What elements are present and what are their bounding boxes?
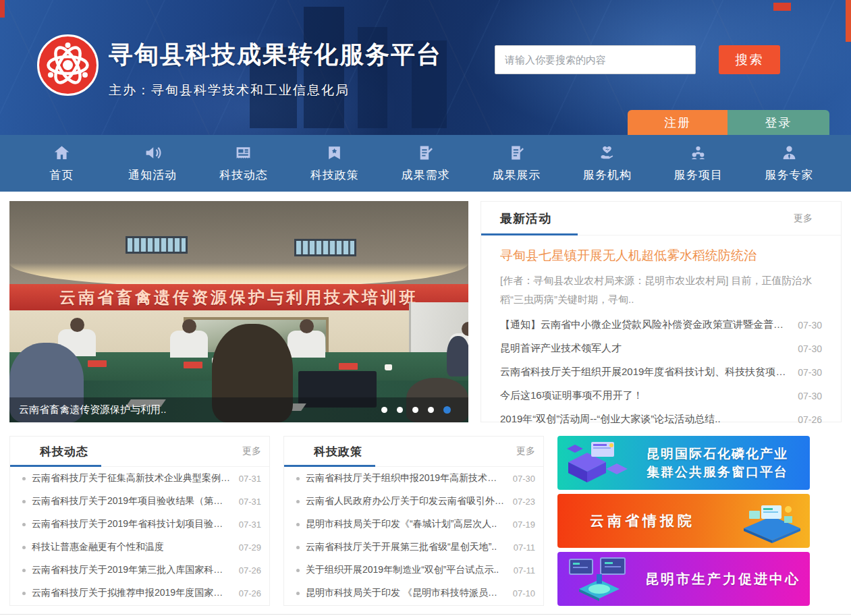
article-date: 07-23 xyxy=(513,497,535,507)
article-date: 07-10 xyxy=(513,588,535,598)
bullet-dot xyxy=(22,592,26,595)
carousel-dot[interactable] xyxy=(381,407,387,413)
site-logo[interactable] xyxy=(36,34,99,96)
list-item[interactable]: 云南省科技厅关于拟推荐申报2019年度国家级科..07-26 xyxy=(10,582,269,605)
nav-item-notices[interactable]: 通知活动 xyxy=(123,144,182,183)
site-header: 寻甸县科技成果转化服务平台 主办：寻甸县科学技术和工业信息化局 搜索 注册 登录 xyxy=(0,0,851,135)
article-date: 07-26 xyxy=(239,565,261,576)
photo-name-card xyxy=(184,362,202,368)
list-item[interactable]: 昆明首评产业技术领军人才 07-30 xyxy=(481,337,841,360)
page: 寻甸县科技成果转化服务平台 主办：寻甸县科学技术和工业信息化局 搜索 注册 登录… xyxy=(0,0,851,616)
carousel-dot[interactable] xyxy=(428,407,434,413)
more-link[interactable]: 更多 xyxy=(516,445,535,457)
article-date: 07-31 xyxy=(239,520,261,530)
nav-label: 首页 xyxy=(49,167,74,183)
list-item[interactable]: 云南省人民政府办公厅关于印发云南省吸引外资..07-23 xyxy=(284,490,543,513)
list-item[interactable]: 【通知】云南省中小微企业贷款风险补偿资金政策宣讲暨金普教育.. 07-30 xyxy=(481,313,841,337)
list-item[interactable]: 云南省科技厅关于组织申报2019年高新技术企业..07-30 xyxy=(284,467,543,490)
featured-title[interactable]: 寻甸县七星镇开展无人机超低雾水稻统防统治 xyxy=(500,247,821,264)
carousel[interactable]: 云南省畜禽遗传资源保护与利用技术培训班 xyxy=(9,201,468,422)
article-title[interactable]: 云南省人民政府办公厅关于印发云南省吸引外资.. xyxy=(306,495,506,507)
carousel-dot[interactable] xyxy=(412,407,418,413)
carousel-dot[interactable] xyxy=(443,406,451,414)
panel-title: 最新活动 xyxy=(500,211,551,227)
list-item[interactable]: 云南省科技厅关于征集高新技术企业典型案例的..07-31 xyxy=(10,467,269,490)
main-content: 云南省畜禽遗传资源保护与利用技术培训班 xyxy=(0,192,851,610)
atom-icon xyxy=(36,34,99,96)
list-item[interactable]: 云南省科技厅关于2019年第三批入库国家科技型..07-26 xyxy=(10,559,269,582)
nav-item-service-experts[interactable]: 服务专家 xyxy=(761,144,819,183)
more-link[interactable]: 更多 xyxy=(242,445,261,457)
more-link[interactable]: 更多 xyxy=(794,213,813,225)
article-date: 07-11 xyxy=(514,542,535,553)
nav-label: 通知活动 xyxy=(128,167,177,183)
article-date: 07-11 xyxy=(514,565,535,576)
demand-doc-icon xyxy=(417,144,434,161)
article-title[interactable]: 云南省科技厅关于组织申报2019年高新技术企业.. xyxy=(306,472,506,484)
nav-item-tech-policy[interactable]: 科技政策 xyxy=(306,144,364,183)
article-title[interactable]: 关于组织开展2019年制造业“双创”平台试点示.. xyxy=(306,564,507,576)
list-item[interactable]: 关于组织开展2019年制造业“双创”平台试点示..07-11 xyxy=(284,559,543,582)
nav-item-achievement-display[interactable]: 成果展示 xyxy=(487,144,545,183)
article-title[interactable]: 云南省科技厅关于组织开展2019年度省科技计划、科技扶贫项目中.. xyxy=(500,366,787,379)
isometric-screens-illustration xyxy=(567,557,632,601)
nav-item-tech-news[interactable]: 科技动态 xyxy=(215,144,273,183)
list-item[interactable]: 今后这16项证明事项不用开了！ 07-30 xyxy=(481,384,841,408)
list-item[interactable]: 云南省科技厅关于2019年省科技计划项目验收工..07-31 xyxy=(10,513,269,536)
nav-item-service-orgs[interactable]: 服务机构 xyxy=(578,144,636,183)
title-underline xyxy=(481,233,578,235)
article-title[interactable]: 昆明市科技局关于印发《“春城计划”高层次人.. xyxy=(306,518,506,530)
nav-item-achievement-demand[interactable]: 成果需求 xyxy=(396,144,454,183)
list-item[interactable]: 云南省科技厅关于开展第三批省级“星创天地”..07-11 xyxy=(284,536,543,559)
register-button[interactable]: 注册 xyxy=(628,110,728,135)
article-title[interactable]: 2019年“双创”活动周--“创业大家谈”论坛活动总结.. xyxy=(500,413,787,426)
list-item[interactable]: 云南省科技厅关于组织开展2019年度省科技计划、科技扶贫项目中.. 07-30 xyxy=(481,360,841,384)
article-title[interactable]: 今后这16项证明事项不用开了！ xyxy=(500,389,787,402)
article-title[interactable]: 科技让普惠金融更有个性和温度 xyxy=(32,541,232,553)
article-title[interactable]: 云南省科技厅关于2019年省科技计划项目验收工.. xyxy=(32,518,232,530)
header-neon-decor xyxy=(773,3,791,11)
nav-label: 科技政策 xyxy=(310,167,359,183)
nav-label: 科技动态 xyxy=(219,167,268,183)
banner-petrochemical-platform[interactable]: 昆明国际石化磷化产业 集群公共服务窗口平台 xyxy=(557,436,810,490)
article-date: 07-29 xyxy=(239,542,261,553)
carousel-caption[interactable]: 云南省畜禽遗传资源保护与利用.. xyxy=(19,403,381,416)
banner-text: 云南省情报院 xyxy=(590,511,741,530)
nav-label: 服务机构 xyxy=(583,167,632,183)
photo-banner-text: 云南省畜禽遗传资源保护与利用技术培训班 xyxy=(9,284,468,310)
display-doc-icon xyxy=(508,144,525,161)
nav-item-home[interactable]: 首页 xyxy=(32,144,90,183)
title-underline xyxy=(284,465,375,467)
isometric-cubes-illustration xyxy=(567,441,632,485)
article-title[interactable]: 云南省科技厅关于2019年第三批入库国家科技型.. xyxy=(32,564,232,576)
photo-person xyxy=(170,331,208,358)
article-title[interactable]: 云南省科技厅关于拟推荐申报2019年度国家级科.. xyxy=(32,587,232,599)
photo-name-card xyxy=(339,363,358,370)
isometric-desk-illustration xyxy=(741,499,803,543)
photo-attendee xyxy=(447,336,468,376)
bullet-dot xyxy=(22,569,26,572)
article-date: 07-31 xyxy=(239,497,261,507)
banner-yunnan-intelligence-institute[interactable]: 云南省情报院 xyxy=(557,494,810,548)
list-item[interactable]: 昆明市科技局关于印发《“春城计划”高层次人..07-19 xyxy=(284,513,543,536)
article-date: 07-30 xyxy=(513,474,535,484)
heart-hand-icon xyxy=(599,144,615,161)
banner-kunming-productivity-center[interactable]: 昆明市生产力促进中心 xyxy=(557,552,810,606)
list-item[interactable]: 云南省科技厅关于2019年项目验收结果（第五批..07-31 xyxy=(10,490,269,513)
article-title[interactable]: 昆明首评产业技术领军人才 xyxy=(500,342,787,355)
article-title[interactable]: 【通知】云南省中小微企业贷款风险补偿资金政策宣讲暨金普教育.. xyxy=(500,318,787,331)
list-item[interactable]: 2019年“双创”活动周--“创业大家谈”论坛活动总结.. 07-26 xyxy=(481,408,841,431)
carousel-dot[interactable] xyxy=(397,407,403,413)
featured-article[interactable]: 寻甸县七星镇开展无人机超低雾水稻统防统治 [作者：寻甸县农业农村局来源：昆明市农… xyxy=(481,235,841,309)
login-button[interactable]: 登录 xyxy=(728,110,829,135)
article-title[interactable]: 云南省科技厅关于2019年项目验收结果（第五批.. xyxy=(32,495,232,507)
article-title[interactable]: 昆明市科技局关于印发 《昆明市科技特派员认定.. xyxy=(306,587,506,599)
article-title[interactable]: 云南省科技厅关于征集高新技术企业典型案例的.. xyxy=(32,472,232,484)
bullet-dot xyxy=(22,546,26,549)
nav-item-service-projects[interactable]: 服务项目 xyxy=(669,144,728,183)
search-button[interactable]: 搜索 xyxy=(719,45,780,74)
search-input[interactable] xyxy=(495,45,696,74)
list-item[interactable]: 昆明市科技局关于印发 《昆明市科技特派员认定..07-10 xyxy=(284,582,543,605)
list-item[interactable]: 科技让普惠金融更有个性和温度07-29 xyxy=(10,536,269,559)
article-title[interactable]: 云南省科技厅关于开展第三批省级“星创天地”.. xyxy=(306,541,507,553)
